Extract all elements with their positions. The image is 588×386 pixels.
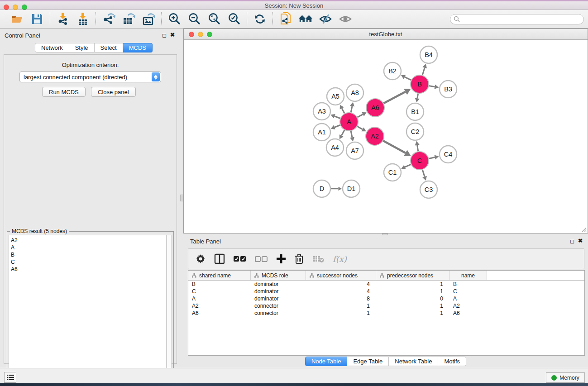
function-builder-button[interactable]: f(x) <box>333 254 347 264</box>
node-A5[interactable]: A5 <box>327 88 344 105</box>
cell-shared-name[interactable]: B <box>188 281 251 288</box>
minimize-window-button[interactable] <box>13 5 18 10</box>
optimization-criterion-select[interactable]: largest connected component (directed) <box>19 71 161 82</box>
minimize-network-button[interactable] <box>198 32 203 37</box>
table-row[interactable]: Bdominator41B <box>188 281 584 288</box>
table-row[interactable]: Cdominator41C <box>188 288 584 295</box>
edge-A-A5[interactable] <box>340 105 344 114</box>
tab-mcds[interactable]: MCDS <box>123 43 153 52</box>
cell-shared-name[interactable]: A2 <box>188 302 251 310</box>
apply-layout-button[interactable] <box>253 12 267 26</box>
export-network-button[interactable] <box>101 12 116 26</box>
mcds-result-scrollbar[interactable] <box>167 235 172 386</box>
tab-select[interactable]: Select <box>95 43 123 52</box>
close-panel-button[interactable]: Close panel <box>91 87 136 97</box>
select-all-columns-button[interactable] <box>234 256 246 262</box>
node-D1[interactable]: D1 <box>343 180 360 197</box>
zoom-fit-button[interactable] <box>207 12 221 26</box>
edge-A-A8[interactable] <box>350 102 354 113</box>
tab-network-table[interactable]: Network Table <box>389 357 438 366</box>
cell-predecessor-nodes[interactable]: 1 <box>376 302 449 310</box>
edge-A-A2[interactable] <box>357 126 366 131</box>
edge-A-A4[interactable] <box>339 130 344 139</box>
cell-shared-name[interactable]: A6 <box>188 310 251 317</box>
tab-network[interactable]: Network <box>35 43 69 52</box>
table-row[interactable]: A2connector11A2 <box>188 302 584 310</box>
cell-successor-nodes[interactable]: 4 <box>306 288 376 295</box>
node-A8[interactable]: A8 <box>346 84 363 101</box>
cell-name[interactable]: C <box>449 288 487 295</box>
edge-A-A7[interactable] <box>350 131 354 142</box>
create-column-button[interactable] <box>276 254 286 264</box>
tab-edge-table[interactable]: Edge Table <box>347 357 389 366</box>
column-header-name[interactable]: name <box>449 271 487 280</box>
close-network-button[interactable] <box>189 32 194 37</box>
float-table-panel-icon[interactable]: ◻ <box>570 238 574 244</box>
cell-shared-name[interactable]: A <box>188 295 251 302</box>
network-window-controls[interactable] <box>189 32 212 37</box>
column-header-successor-nodes[interactable]: successor nodes <box>306 271 376 280</box>
show-column-browser-button[interactable] <box>214 253 225 264</box>
node-C4[interactable]: C4 <box>440 146 457 163</box>
close-panel-icon[interactable]: ✖ <box>170 32 175 38</box>
edge-A-A6[interactable] <box>358 112 367 117</box>
column-header-shared-name[interactable]: shared name <box>188 271 251 280</box>
zoom-window-button[interactable] <box>22 5 27 10</box>
mcds-result-item[interactable]: A2 <box>11 237 166 244</box>
column-header-MCDS-role[interactable]: MCDS role <box>251 271 306 280</box>
tab-style[interactable]: Style <box>69 43 95 52</box>
edge-A2-C[interactable] <box>383 141 411 156</box>
edge-C-C4[interactable] <box>429 155 439 160</box>
edge-A6-B[interactable] <box>384 89 411 103</box>
delete-table-button[interactable] <box>312 255 324 263</box>
node-A1[interactable]: A1 <box>313 124 330 141</box>
edge-B-B2[interactable] <box>401 75 411 80</box>
table-settings-button[interactable] <box>196 254 206 264</box>
search-input[interactable] <box>450 14 584 24</box>
edge-C-C3[interactable] <box>422 170 427 181</box>
cell-successor-nodes[interactable]: 4 <box>306 281 376 288</box>
save-session-button[interactable] <box>30 12 44 26</box>
task-history-button[interactable] <box>4 372 16 383</box>
cell-shared-name[interactable]: C <box>188 288 251 295</box>
cell-MCDS-role[interactable]: dominator <box>251 281 306 288</box>
table-row[interactable]: A6connector11A6 <box>188 310 584 317</box>
close-table-panel-icon[interactable]: ✖ <box>578 238 583 244</box>
open-session-button[interactable] <box>10 12 24 26</box>
zoom-selected-button[interactable] <box>227 12 241 26</box>
window-controls[interactable] <box>4 5 27 10</box>
mcds-result-item[interactable]: B <box>11 251 166 258</box>
edge-A-A1[interactable] <box>331 125 340 129</box>
node-C1[interactable]: C1 <box>384 164 401 181</box>
cell-predecessor-nodes[interactable]: 1 <box>376 310 449 317</box>
cell-predecessor-nodes[interactable]: 1 <box>376 288 449 295</box>
cell-name[interactable]: A6 <box>449 310 487 317</box>
cell-predecessor-nodes[interactable]: 0 <box>376 295 449 302</box>
node-A[interactable]: A <box>340 113 358 131</box>
mcds-result-list[interactable]: A2ABCA6 <box>9 235 167 386</box>
unselect-all-columns-button[interactable] <box>255 256 268 262</box>
cell-MCDS-role[interactable]: dominator <box>251 295 306 302</box>
edge-D-D1[interactable] <box>331 187 342 191</box>
delete-columns-button[interactable] <box>295 253 304 264</box>
node-B3[interactable]: B3 <box>440 81 457 98</box>
cell-successor-nodes[interactable]: 1 <box>306 310 376 317</box>
hide-selected-button[interactable] <box>318 12 333 26</box>
node-B4[interactable]: B4 <box>420 46 437 63</box>
export-image-button[interactable] <box>141 12 156 26</box>
import-table-button[interactable] <box>76 12 90 26</box>
zoom-in-button[interactable] <box>167 12 182 26</box>
node-A3[interactable]: A3 <box>313 103 330 120</box>
node-C3[interactable]: C3 <box>420 181 437 198</box>
export-table-button[interactable] <box>121 12 136 26</box>
edge-C-C2[interactable] <box>415 141 420 152</box>
network-canvas[interactable]: B4B2BB3A5A8A6A3B1AA1C2A2A4A7C4CC1C3DD1 <box>184 40 588 233</box>
zoom-out-button[interactable] <box>187 12 201 26</box>
column-header-predecessor-nodes[interactable]: predecessor nodes <box>376 271 449 280</box>
node-B[interactable]: B <box>411 75 429 93</box>
run-mcds-button[interactable]: Run MCDS <box>42 87 86 97</box>
first-neighbors-button[interactable] <box>298 12 313 26</box>
resize-grip-icon[interactable] <box>581 227 587 232</box>
cell-name[interactable]: B <box>449 281 487 288</box>
edge-A-A3[interactable] <box>331 114 340 119</box>
